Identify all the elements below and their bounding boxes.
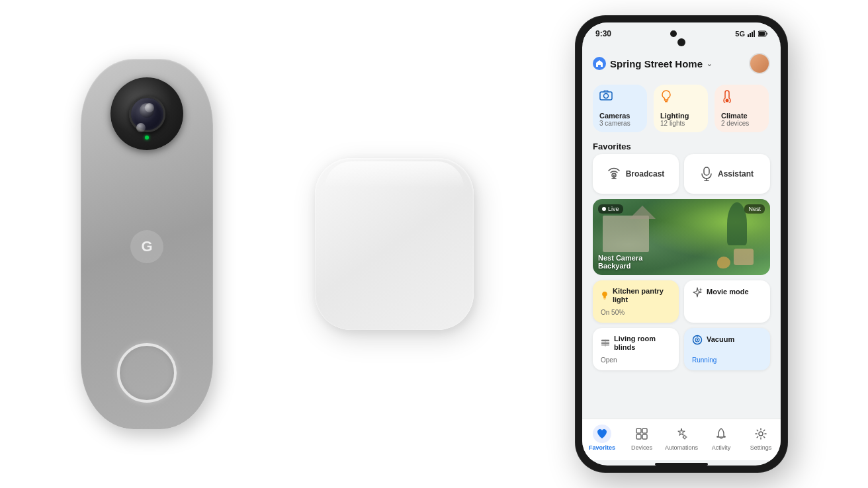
climate-count: 2 devices [721, 120, 762, 127]
home-indicator [655, 463, 708, 466]
device-grid: Kitchen pantry light On 50% Movie mode [582, 280, 781, 376]
tile-cameras[interactable]: Cameras 3 cameras [593, 85, 647, 132]
doorbell-button[interactable] [117, 343, 177, 403]
nav-devices[interactable]: Devices [625, 425, 659, 451]
svg-rect-31 [642, 428, 647, 433]
lighting-count: 12 lights [660, 120, 701, 127]
camera-tile-icon [599, 90, 640, 104]
doorbell-camera [110, 77, 183, 150]
nest-badge: Nest [744, 204, 765, 214]
favorites-grid: Broadcast Assistant [582, 154, 781, 199]
home-name: Spring Street Home [610, 58, 703, 69]
svg-point-11 [726, 99, 729, 102]
activity-nav-label: Activity [712, 444, 731, 451]
assistant-label: Assistant [718, 169, 754, 179]
status-icons: 5G [735, 30, 767, 38]
vacuum-info: Vacuum [707, 335, 734, 344]
vacuum-status: Running [692, 356, 762, 364]
home-icon [593, 57, 606, 70]
svg-rect-30 [636, 428, 641, 433]
camera-name: Nest Camera Backyard [598, 254, 642, 270]
nav-activity[interactable]: Activity [704, 425, 738, 451]
tile-climate[interactable]: Climate 2 devices [715, 85, 769, 132]
svg-rect-32 [636, 434, 641, 439]
blinds-icon [601, 339, 610, 348]
status-time: 9:30 [595, 29, 611, 38]
camera-icon [599, 90, 613, 101]
svg-rect-9 [664, 100, 668, 101]
camera-feed-background: Live Nest Nest Camera Backyard [593, 199, 770, 275]
home-selector[interactable]: Spring Street Home ⌄ [593, 57, 712, 70]
automations-nav-label: Automations [665, 444, 698, 451]
chevron-down-icon: ⌄ [707, 60, 712, 67]
svg-rect-5 [767, 33, 768, 35]
svg-point-28 [697, 339, 698, 341]
doghouse-shape [734, 249, 754, 265]
signal-indicator: 5G [735, 30, 745, 38]
vacuum-top: Vacuum [692, 335, 762, 345]
router-area [295, 85, 494, 403]
bottom-nav: Favorites Devices [582, 419, 781, 460]
live-badge: Live [598, 204, 623, 214]
svg-rect-1 [750, 33, 751, 37]
phone-device: 9:30 5G [576, 16, 787, 472]
cameras-count: 3 cameras [599, 120, 640, 127]
svg-rect-6 [759, 32, 765, 36]
nav-settings[interactable]: Settings [744, 425, 778, 451]
assistant-tile[interactable]: Assistant [684, 154, 770, 194]
app-header: Spring Street Home ⌄ [582, 49, 781, 79]
movie-mode-card[interactable]: Movie mode [684, 280, 770, 323]
movie-mode-top: Movie mode [692, 287, 762, 298]
svg-rect-16 [704, 167, 709, 175]
roof-shape [629, 206, 656, 219]
nav-automations[interactable]: Automations [664, 425, 699, 451]
gear-icon [755, 428, 767, 440]
devices-nav-icon [632, 425, 651, 443]
heart-icon [596, 428, 608, 440]
live-dot [602, 207, 606, 211]
svg-rect-3 [754, 30, 755, 37]
cameras-label: Cameras [599, 112, 640, 120]
grid-icon [636, 428, 648, 440]
kitchen-light-card[interactable]: Kitchen pantry light On 50% [593, 280, 679, 323]
signal-bars-icon [748, 30, 756, 37]
blinds-status: Open [601, 356, 671, 364]
climate-label: Climate [721, 112, 762, 120]
house-shape [603, 216, 649, 252]
doorbell-logo: G [130, 230, 163, 263]
svg-rect-2 [752, 32, 753, 37]
broadcast-label: Broadcast [626, 169, 665, 179]
favorites-nav-icon [593, 425, 611, 443]
vacuum-card[interactable]: Vacuum Running [684, 328, 770, 370]
settings-nav-icon [752, 425, 770, 443]
svg-point-35 [759, 432, 763, 436]
battery-icon [758, 30, 767, 37]
kitchen-light-status: On 50% [601, 309, 671, 316]
scene: G 9:30 5G [0, 0, 868, 488]
automations-icon [675, 428, 687, 440]
lighting-label: Lighting [660, 112, 701, 120]
favorites-nav-label: Favorites [589, 444, 615, 451]
house-icon [595, 60, 603, 67]
svg-rect-19 [603, 298, 606, 299]
broadcast-tile[interactable]: Broadcast [593, 154, 679, 194]
kitchen-light-name: Kitchen pantry light [613, 287, 671, 304]
bell-icon [716, 428, 726, 440]
movie-mode-name: Movie mode [707, 288, 749, 296]
nav-favorites[interactable]: Favorites [585, 425, 619, 451]
blinds-top: Living room blinds [601, 335, 671, 352]
climate-tile-icon [721, 90, 762, 106]
devices-nav-label: Devices [631, 444, 652, 451]
router-device [315, 158, 474, 330]
automations-nav-icon [672, 425, 691, 443]
svg-rect-10 [665, 101, 668, 102]
svg-rect-33 [642, 434, 647, 439]
sparkle-icon [692, 287, 703, 298]
svg-rect-20 [604, 299, 606, 300]
vacuum-icon [692, 335, 703, 345]
camera-feed[interactable]: Live Nest Nest Camera Backyard [593, 199, 770, 275]
tile-lighting[interactable]: Lighting 12 lights [654, 85, 708, 132]
blinds-card[interactable]: Living room blinds Open [593, 328, 679, 370]
activity-nav-icon [712, 425, 730, 443]
avatar[interactable] [749, 53, 770, 74]
